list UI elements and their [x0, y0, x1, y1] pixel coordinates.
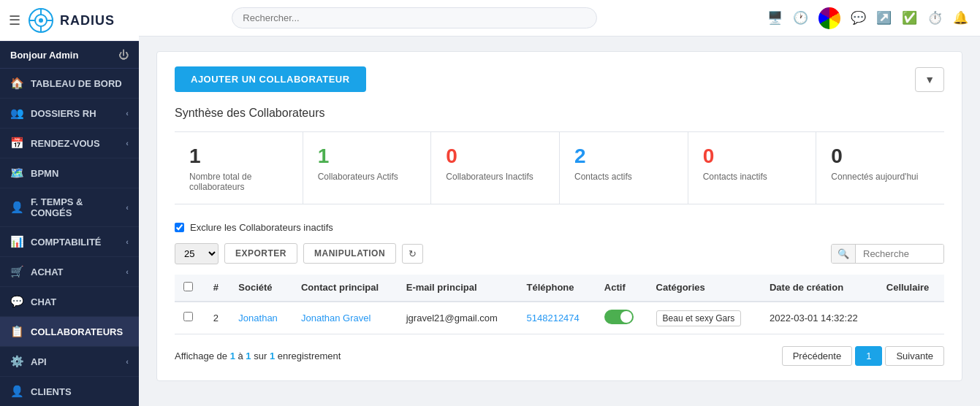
row-email-0: jgravel21@gmail.com: [398, 302, 518, 334]
sidebar-item-api[interactable]: ⚙️ API ‹: [0, 347, 139, 377]
summary-number-2: 0: [446, 144, 544, 169]
table-header-8: Date de création: [761, 275, 878, 302]
top-actions: AJOUTER UN COLLABORATEUR ▼: [175, 66, 944, 92]
row-cellulaire-0: [878, 302, 944, 334]
row-societe-0: Jonathan: [229, 302, 292, 334]
filter-button[interactable]: ▼: [915, 67, 944, 92]
table-header-row: #SociétéContact principalE-mail principa…: [175, 275, 944, 302]
power-icon[interactable]: ⏻: [118, 49, 129, 61]
nav-icon-rendez-vous: 📅: [10, 137, 23, 150]
table-header-0: [175, 275, 205, 302]
nav-label-clients: CLIENTS: [31, 386, 129, 397]
summary-number-4: 0: [703, 144, 802, 169]
summary-cell-4: 0 Contacts inactifs: [688, 132, 817, 204]
search-bar: [232, 7, 597, 28]
chevron-icon-f-temps-conges: ‹: [126, 203, 129, 212]
check-icon[interactable]: ✅: [902, 10, 917, 26]
prev-page-button[interactable]: Précédente: [782, 346, 853, 366]
chat-icon[interactable]: 💬: [851, 10, 866, 26]
export-button[interactable]: EXPORTER: [224, 243, 297, 264]
user-row: Bonjour Admin ⏻: [0, 42, 139, 69]
hamburger-icon[interactable]: ☰: [9, 12, 20, 28]
share-icon[interactable]: ↗️: [876, 10, 892, 26]
nav-label-collaborateurs: COLLABORATEURS: [31, 326, 129, 337]
sidebar-item-tableau-de-bord[interactable]: 🏠 TABLEAU DE BORD: [0, 69, 139, 99]
add-collaborateur-button[interactable]: AJOUTER UN COLLABORATEUR: [175, 66, 366, 92]
next-page-button[interactable]: Suivante: [885, 346, 944, 366]
sidebar-item-rendez-vous[interactable]: 📅 RENDEZ-VOUS ‹: [0, 129, 139, 158]
pagination-row: Affichage de 1 à 1 sur 1 enregistrement …: [175, 346, 944, 366]
logo-text: RADIUS: [60, 13, 115, 28]
sidebar-logo-area: ☰ RADIUS: [0, 0, 139, 42]
exclude-inactive-row: Exclure les Collaborateurs inactifs: [175, 222, 944, 233]
table-search-input[interactable]: [856, 245, 943, 263]
sidebar-item-achat[interactable]: 🛒 ACHAT ‹: [0, 257, 139, 287]
table-header-7: Catégories: [647, 275, 761, 302]
contact-link-0[interactable]: Jonathan Gravel: [301, 313, 371, 323]
nav-label-rendez-vous: RENDEZ-VOUS: [31, 138, 126, 149]
nav-icon-api: ⚙️: [10, 355, 23, 368]
search-input[interactable]: [232, 7, 597, 28]
nav-label-f-temps-conges: F. TEMPS & CONGÉS: [31, 196, 126, 218]
summary-label-1: Collaborateurs Actifs: [318, 172, 417, 182]
sidebar-item-clients[interactable]: 👤 CLIENTS: [0, 377, 139, 406]
nav-label-api: API: [31, 356, 126, 367]
sidebar-item-dossiers-rh[interactable]: 👥 DOSSIERS RH ‹: [0, 99, 139, 129]
nav-icon-clients: 👤: [10, 385, 23, 398]
summary-label-3: Contacts actifs: [574, 172, 673, 182]
main-area: 🖥️ 🕐 💬 ↗️ ✅ ⏱️ 🔔 AJOUTER UN COLLABORATEU…: [139, 0, 980, 406]
table-header-6: Actif: [596, 275, 647, 302]
chevron-icon-rendez-vous: ‹: [126, 139, 129, 148]
summary-label-5: Connectés aujourd'hui: [831, 172, 930, 182]
topbar-icons: 🖥️ 🕐 💬 ↗️ ✅ ⏱️ 🔔: [767, 7, 968, 29]
bell-icon[interactable]: 🔔: [953, 10, 968, 26]
nav-label-achat: ACHAT: [31, 267, 126, 277]
manipulation-button[interactable]: MANIPULATION: [303, 243, 396, 264]
row-checkbox-0[interactable]: [175, 302, 205, 334]
sidebar-item-comptabilite[interactable]: 📊 COMPTABILITÉ ‹: [0, 227, 139, 257]
timer-icon[interactable]: ⏱️: [927, 10, 943, 26]
row-contact-0: Jonathan Gravel: [292, 302, 398, 334]
page-1-button[interactable]: 1: [855, 346, 882, 366]
avatar[interactable]: [818, 7, 840, 29]
sidebar-item-bpmn[interactable]: 🗺️ BPMN: [0, 158, 139, 188]
refresh-button[interactable]: ↻: [402, 244, 423, 264]
exclude-inactive-checkbox[interactable]: [175, 223, 184, 232]
category-badge-0: Beau et sexy Gars: [656, 310, 742, 326]
pagination-from: 1: [230, 351, 235, 361]
row-telephone-0: 5148212474: [518, 302, 596, 334]
summary-cell-0: 1 Nombre total de collaborateurs: [175, 132, 303, 204]
chevron-icon-api: ‹: [126, 357, 129, 366]
nav-icon-achat: 🛒: [10, 265, 23, 278]
section-title: Synthèse des Collaborateurs: [175, 107, 944, 120]
history-icon[interactable]: 🕐: [793, 10, 808, 26]
summary-number-5: 0: [831, 144, 930, 169]
monitor-icon[interactable]: 🖥️: [767, 10, 783, 26]
table-header-4: E-mail principal: [398, 275, 518, 302]
sidebar-item-collaborateurs[interactable]: 📋 COLLABORATEURS: [0, 317, 139, 347]
summary-number-1: 1: [318, 144, 417, 169]
chevron-icon-comptabilite: ‹: [126, 237, 129, 246]
table-search: 🔍: [831, 244, 944, 264]
nav-label-chat: CHAT: [31, 296, 129, 307]
table-row: 2 Jonathan Jonathan Gravel jgravel21@gma…: [175, 302, 944, 334]
nav-icon-chat: 💬: [10, 295, 23, 308]
select-all-checkbox[interactable]: [183, 282, 193, 291]
societe-link-0[interactable]: Jonathan: [238, 313, 278, 323]
row-actif-0: [596, 302, 647, 334]
table-header-5: Téléphone: [518, 275, 596, 302]
nav-label-bpmn: BPMN: [31, 168, 129, 179]
sidebar-item-chat[interactable]: 💬 CHAT: [0, 287, 139, 317]
table-head: #SociétéContact principalE-mail principa…: [175, 275, 944, 302]
nav-icon-f-temps-conges: 👤: [10, 201, 23, 214]
row-date-0: 2022-03-01 14:32:22: [761, 302, 878, 334]
actif-toggle-0[interactable]: [604, 310, 634, 324]
summary-cell-3: 2 Contacts actifs: [560, 132, 688, 204]
nav-menu: 🏠 TABLEAU DE BORD 👥 DOSSIERS RH ‹ 📅 REND…: [0, 69, 139, 406]
sidebar-item-f-temps-conges[interactable]: 👤 F. TEMPS & CONGÉS ‹: [0, 188, 139, 227]
summary-number-0: 1: [189, 144, 288, 169]
telephone-link-0[interactable]: 5148212474: [527, 313, 580, 323]
per-page-select[interactable]: 25 50 100: [175, 243, 219, 264]
summary-label-4: Contacts inactifs: [703, 172, 802, 182]
nav-icon-bpmn: 🗺️: [10, 166, 23, 180]
